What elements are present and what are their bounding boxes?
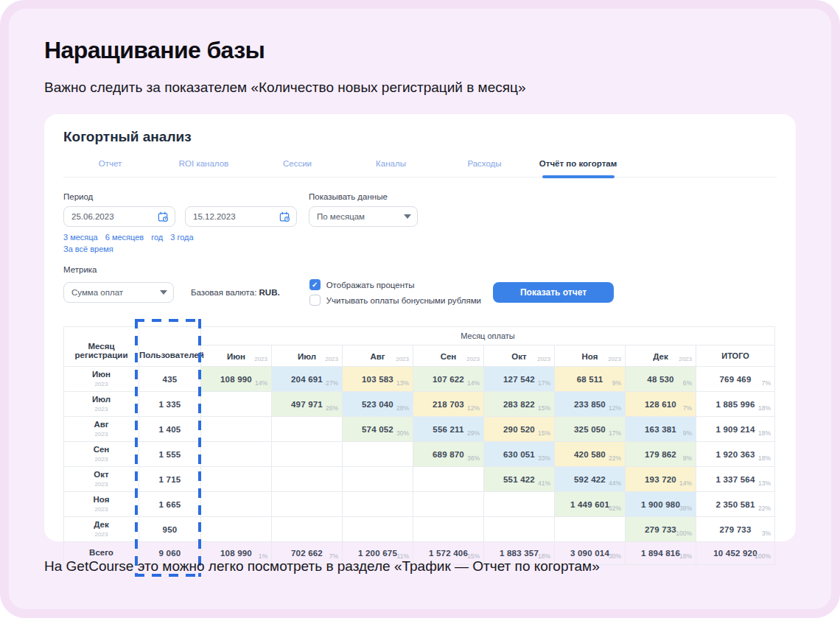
table-row: Ноя20231 6651 449 60162%1 900 98038%2 35… bbox=[64, 492, 775, 517]
table-row: Июн2023435108 99014%204 69127%103 58313%… bbox=[64, 367, 775, 392]
period-group: Период 25.06.2023 15.12.2023 bbox=[63, 192, 297, 253]
column-header-Июл: Июл2023 bbox=[272, 345, 343, 367]
users-cell: 1 665 bbox=[139, 492, 201, 517]
show-data-group: Показывать данные По месяцам bbox=[309, 192, 418, 253]
metric-select[interactable]: Сумма оплат bbox=[63, 282, 174, 303]
tab-bar: ОтчетROI каналовСессииКаналыРасходыОтчёт… bbox=[63, 155, 625, 177]
tab-rashody[interactable]: Расходы bbox=[438, 155, 531, 177]
cohort-cell: 1 449 60162% bbox=[555, 492, 626, 517]
tab-otchet-po-kogortam[interactable]: Отчёт по когортам bbox=[531, 155, 625, 177]
row-header: Сен2023 bbox=[64, 442, 139, 467]
cohort-cell bbox=[272, 492, 343, 517]
users-cell: 1 555 bbox=[139, 442, 201, 467]
cohort-cell: 279 733100% bbox=[626, 517, 696, 542]
registration-month-header: Месяц регистрации bbox=[64, 327, 139, 367]
checkbox-show-percents[interactable]: ✓ Отображать проценты bbox=[309, 279, 481, 290]
cohort-cell: 163 3819% bbox=[626, 417, 696, 442]
checkbox-bonus-rubles[interactable]: Учитывать оплаты бонусными рублями bbox=[309, 295, 481, 306]
row-header: Июл2023 bbox=[64, 392, 139, 417]
total-cell: 1 909 21418% bbox=[696, 417, 775, 442]
column-header-Сен: Сен2023 bbox=[413, 345, 484, 367]
footer-note: На GetCourse это можно легко посмотреть … bbox=[44, 558, 600, 575]
column-header-Июн: Июн2023 bbox=[201, 345, 272, 367]
quick-range-1[interactable]: 6 месяцев bbox=[105, 233, 144, 242]
show-data-label: Показывать данные bbox=[309, 192, 418, 201]
users-cell: 1 335 bbox=[139, 392, 201, 417]
date-to-input[interactable]: 15.12.2023 bbox=[185, 206, 297, 227]
metric-value: Сумма оплат bbox=[71, 288, 123, 297]
cohort-cell bbox=[413, 467, 484, 492]
row-header: Авг2023 bbox=[64, 417, 139, 442]
cohort-cell: 1 900 98038% bbox=[626, 492, 696, 517]
total-column-header: ИТОГО bbox=[696, 345, 775, 367]
show-report-button[interactable]: Показать отчет bbox=[493, 282, 614, 303]
quick-range-all-time[interactable]: За всё время bbox=[63, 245, 113, 253]
cohort-cell: 128 6107% bbox=[626, 392, 696, 417]
calendar-icon[interactable] bbox=[279, 211, 290, 222]
cohort-cell bbox=[201, 492, 272, 517]
row-header: Ноя2023 bbox=[64, 492, 139, 517]
chevron-down-icon bbox=[160, 290, 167, 295]
tab-sessii[interactable]: Сессии bbox=[251, 155, 344, 177]
cohort-cell: 551 42241% bbox=[484, 467, 555, 492]
payment-month-header: Месяц оплаты bbox=[201, 327, 775, 345]
date-from-value: 25.06.2023 bbox=[71, 212, 114, 221]
table-row: Окт20231 715551 42241%592 42244%193 7201… bbox=[64, 467, 775, 492]
tab-otchet[interactable]: Отчет bbox=[63, 155, 157, 177]
date-to-value: 15.12.2023 bbox=[193, 212, 236, 221]
cohort-cell bbox=[413, 517, 484, 542]
cohort-cell: 193 72014% bbox=[626, 467, 696, 492]
chevron-down-icon bbox=[404, 214, 411, 219]
date-from-input[interactable]: 25.06.2023 bbox=[63, 206, 175, 227]
checkbox-show-percents-label: Отображать проценты bbox=[326, 281, 415, 289]
page-title: Наращивание базы bbox=[44, 37, 265, 64]
cohort-cell: 283 82215% bbox=[484, 392, 555, 417]
checkbox-checked-icon[interactable]: ✓ bbox=[309, 279, 321, 290]
users-cell: 435 bbox=[139, 367, 201, 392]
cohort-cell: 325 05017% bbox=[555, 417, 626, 442]
cohort-cell: 103 58313% bbox=[343, 367, 413, 392]
cohort-cell bbox=[343, 442, 413, 467]
cohort-cell bbox=[272, 442, 343, 467]
period-label: Период bbox=[63, 192, 297, 201]
show-data-select[interactable]: По месяцам bbox=[309, 206, 418, 227]
cohort-cell bbox=[201, 392, 272, 417]
cohort-cell: 108 99014% bbox=[201, 367, 272, 392]
quick-range-3[interactable]: 3 года bbox=[170, 233, 193, 242]
checkbox-bonus-rubles-label: Учитывать оплаты бонусными рублями bbox=[326, 296, 481, 305]
tab-roi-kanalov[interactable]: ROI каналов bbox=[157, 155, 251, 177]
cohort-cell bbox=[343, 517, 413, 542]
table-row: Сен20231 555689 87036%630 05133%420 5802… bbox=[64, 442, 775, 467]
quick-range-0[interactable]: 3 месяца bbox=[63, 233, 98, 242]
row-header: Июн2023 bbox=[64, 367, 139, 392]
cohort-analysis-card: Когортный анализ ОтчетROI каналовСессииК… bbox=[44, 114, 796, 541]
cohort-cell bbox=[201, 417, 272, 442]
cohort-cell: 68 5119% bbox=[555, 367, 626, 392]
cohort-cell: 556 21129% bbox=[413, 417, 484, 442]
total-cell: 1 920 36318% bbox=[696, 442, 775, 467]
cohort-cell bbox=[343, 467, 413, 492]
column-header-Окт: Окт2023 bbox=[484, 345, 555, 367]
cohort-cell: 689 87036% bbox=[413, 442, 484, 467]
cohort-cell bbox=[201, 517, 272, 542]
quick-range-2[interactable]: год bbox=[151, 233, 163, 242]
checkbox-unchecked-icon[interactable] bbox=[309, 295, 321, 306]
metric-row: Метрика Сумма оплат Базовая валюта: RUB.… bbox=[63, 265, 777, 306]
cohort-cell bbox=[413, 492, 484, 517]
column-header-Авг: Авг2023 bbox=[343, 345, 413, 367]
base-currency-label: Базовая валюта: bbox=[191, 288, 256, 297]
calendar-icon[interactable] bbox=[158, 211, 169, 222]
cohort-cell: 48 5306% bbox=[626, 367, 696, 392]
users-column-header: Пользователей bbox=[139, 327, 201, 367]
row-header: Окт2023 bbox=[64, 467, 139, 492]
table-row: Июл20231 335497 97126%523 04028%218 7031… bbox=[64, 392, 775, 417]
grand-total-cell: 10 452 920100% bbox=[696, 542, 775, 565]
total-cell: 1 337 56413% bbox=[696, 467, 775, 492]
cohort-cell: 107 62214% bbox=[413, 367, 484, 392]
tab-kanaly[interactable]: Каналы bbox=[344, 155, 438, 177]
column-header-Дек: Дек2023 bbox=[626, 345, 696, 367]
cohort-cell: 497 97126% bbox=[272, 392, 343, 417]
cohort-cell bbox=[272, 417, 343, 442]
show-data-value: По месяцам bbox=[317, 212, 365, 221]
cohort-cell: 523 04028% bbox=[343, 392, 413, 417]
